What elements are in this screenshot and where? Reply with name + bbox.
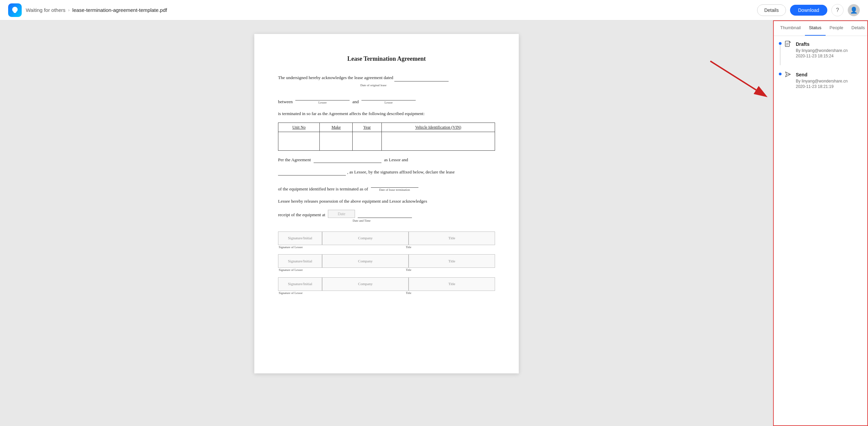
sig-company-3: Company xyxy=(322,277,409,291)
pdf-between: between Lessee and Lessor xyxy=(278,93,495,105)
status-line-drafts xyxy=(780,45,781,65)
between-text: between xyxy=(278,98,293,105)
signature-section: Signature/Initial Company Title Signatur… xyxy=(278,231,495,296)
sig-initial-1: Signature/Initial xyxy=(278,231,322,245)
lessor-field: Lessor xyxy=(361,93,416,105)
pdf-para2: is terminated in so far as the Agreement… xyxy=(278,110,495,117)
right-panel: Thumbnail Status People Details xyxy=(773,20,868,426)
sig-row-2: Signature/Initial Company Title xyxy=(278,254,495,268)
status-info-send: Send By linyang@wondershare.cn 2020-11-2… xyxy=(796,72,863,89)
para5-row: of the equipment identified here is term… xyxy=(278,181,495,192)
as-lessee-text: , as Lessee, by the signatures affixed b… xyxy=(347,169,455,175)
receipt-row: receipt of the equipment at Date xyxy=(278,210,495,218)
date-time-label: Date and Time xyxy=(353,219,495,223)
as-lessor-text: as Lessor and xyxy=(384,156,408,163)
equipment-table: Unit No Make Year Vehicle Identification… xyxy=(278,123,495,151)
pdf-viewer[interactable]: Lease Termination Agreement The undersig… xyxy=(0,20,773,426)
termination-date-field: Date of lease termination xyxy=(371,181,418,192)
status-dot-line-send xyxy=(779,72,782,75)
status-dot-line-drafts xyxy=(779,41,782,65)
send-icon xyxy=(785,71,791,79)
sig-labels-3: Signature of Lessor Title xyxy=(278,291,495,296)
sig-lessor-label: Signature of Lessor xyxy=(278,291,322,296)
sig-labels-1: Signature of Lessee Title xyxy=(278,245,495,250)
pdf-para6: Lessee hereby releases possession of the… xyxy=(278,198,495,205)
main-container: Lease Termination Agreement The undersig… xyxy=(0,20,868,426)
sig-right-2: Company Title xyxy=(322,254,495,268)
sig-initial-2: Signature/Initial xyxy=(278,254,322,268)
breadcrumb-waiting[interactable]: Waiting for others xyxy=(26,7,65,13)
pdf-title: Lease Termination Agreement xyxy=(278,54,495,63)
status-by-drafts: By linyang@wondershare.cn xyxy=(796,48,863,53)
receipt-text: receipt of the equipment at xyxy=(278,211,325,218)
pdf-para5: of the equipment identified here is term… xyxy=(278,181,495,192)
status-dot-send xyxy=(779,73,782,75)
table-header-year: Year xyxy=(353,123,382,132)
topbar-actions: Details Download ? 👤 xyxy=(757,4,860,16)
tab-thumbnail[interactable]: Thumbnail xyxy=(776,20,805,36)
table-cell-vin xyxy=(381,132,495,150)
breadcrumb: Waiting for others › lease-termination-a… xyxy=(26,7,753,13)
status-dot-drafts xyxy=(779,42,782,45)
table-cell-year xyxy=(353,132,382,150)
panel-tabs: Thumbnail Status People Details xyxy=(773,20,868,36)
svg-rect-2 xyxy=(785,41,789,47)
table-header-make: Make xyxy=(320,123,353,132)
pdf-para4: , as Lessee, by the signatures affixed b… xyxy=(278,168,495,175)
tab-status[interactable]: Status xyxy=(805,20,826,36)
para1-text: The undersigned hereby acknowledges the … xyxy=(278,75,393,80)
chevron-icon: › xyxy=(68,7,70,13)
sig-lessee-label-2: Signature of Lessee xyxy=(278,268,322,273)
status-item-send: Send By linyang@wondershare.cn 2020-11-2… xyxy=(779,72,863,89)
lessee-label: Lessee xyxy=(318,100,327,105)
sig-lessee-label-1: Signature of Lessee xyxy=(278,245,322,250)
sig-row-3: Signature/Initial Company Title xyxy=(278,277,495,291)
sig-title-2: Title xyxy=(409,254,495,268)
lessor-label: Lessor xyxy=(384,100,393,105)
sig-company-1: Company xyxy=(322,231,409,245)
para3-row: Per the Agreement as Lessor and xyxy=(278,156,495,163)
document-icon xyxy=(785,41,791,49)
date-box-field: Date xyxy=(328,210,355,218)
pdf-para1: The undersigned hereby acknowledges the … xyxy=(278,74,495,88)
date-box: Date xyxy=(328,210,355,218)
status-time-send: 2020-11-23 18:21:19 xyxy=(796,84,863,89)
table-header-unitno: Unit No xyxy=(278,123,320,132)
per-agreement-text: Per the Agreement xyxy=(278,156,311,163)
and-text: and xyxy=(352,98,359,105)
sig-right-3: Company Title xyxy=(322,277,495,291)
sig-company-2: Company xyxy=(322,254,409,268)
pdf-para7: receipt of the equipment at Date Date an… xyxy=(278,210,495,223)
table-cell-unitno xyxy=(278,132,320,150)
status-title-drafts: Drafts xyxy=(796,41,863,47)
status-time-drafts: 2020-11-23 18:15:24 xyxy=(796,54,863,58)
app-logo xyxy=(8,3,22,17)
tab-details[interactable]: Details xyxy=(847,20,868,36)
topbar: Waiting for others › lease-termination-a… xyxy=(0,0,868,20)
sig-title-label-3: Title xyxy=(322,291,495,296)
terminated-as-of-text: of the equipment identified here is term… xyxy=(278,186,368,192)
download-button[interactable]: Download xyxy=(790,5,827,16)
sig-title-label-1: Title xyxy=(322,245,495,250)
status-item-drafts: Drafts By linyang@wondershare.cn 2020-11… xyxy=(779,41,863,65)
details-button[interactable]: Details xyxy=(757,4,786,16)
sig-right-1: Company Title xyxy=(322,231,495,245)
sig-initial-3: Signature/Initial xyxy=(278,277,322,291)
termination-date-label: Date of lease termination xyxy=(379,188,410,192)
lessee-field: Lessee xyxy=(295,93,350,105)
sig-labels-2: Signature of Lessee Title xyxy=(278,268,495,273)
tab-people[interactable]: People xyxy=(826,20,847,36)
breadcrumb-filename: lease-termination-agreement-template.pdf xyxy=(72,7,167,13)
table-row xyxy=(278,132,495,150)
para4-row: , as Lessee, by the signatures affixed b… xyxy=(278,168,495,175)
pdf-para3: Per the Agreement as Lessor and xyxy=(278,156,495,163)
user-avatar[interactable]: 👤 xyxy=(848,4,860,16)
status-title-send: Send xyxy=(796,72,863,77)
sig-title-3: Title xyxy=(409,277,495,291)
pdf-page: Lease Termination Agreement The undersig… xyxy=(254,34,519,373)
help-button[interactable]: ? xyxy=(831,4,844,16)
table-header-vin: Vehicle Identification (VIN) xyxy=(381,123,495,132)
sig-title-label-2: Title xyxy=(322,268,495,273)
date-original-field xyxy=(394,74,449,81)
table-cell-make xyxy=(320,132,353,150)
